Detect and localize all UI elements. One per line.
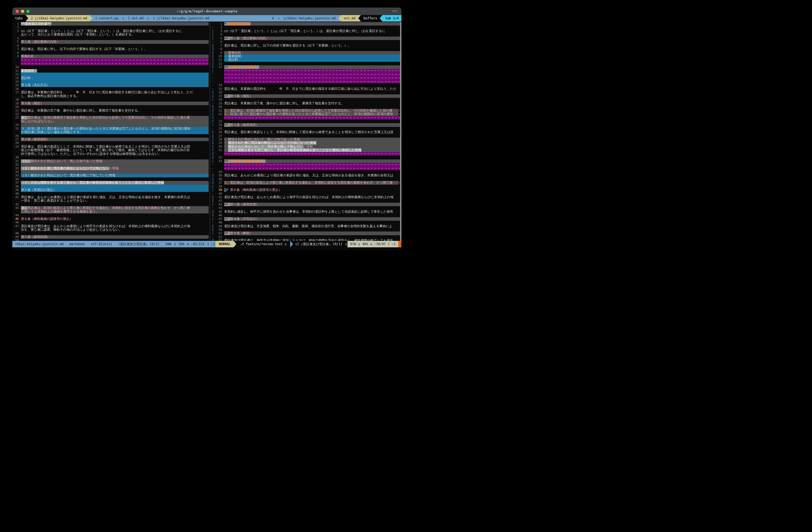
fold-indicator[interactable]: - <box>211 87 216 90</box>
fold-indicator[interactable]: | <box>211 232 216 235</box>
fold-indicator[interactable]: - <box>211 102 216 105</box>
gutter-row: |- <box>209 102 216 105</box>
minimize-window-button[interactable] <box>21 10 24 13</box>
tab-2[interactable]: 1 convert.py <box>92 15 121 22</box>
plugin-status-badge[interactable]: ≡ [8]trai… <box>398 241 402 247</box>
fold-indicator[interactable]: 2 <box>211 181 216 184</box>
fold-indicator[interactable]: 2 <box>211 134 216 138</box>
fold-indicator[interactable]: | <box>211 98 216 101</box>
fold-indicator[interactable]: 2 <box>211 228 216 232</box>
fold-indicator[interactable]: 2 <box>211 62 216 65</box>
line-number: 11 <box>216 58 224 61</box>
line-text: 一部を、第三者に再委託することができない。 <box>21 199 209 202</box>
fold-indicator[interactable]: 2 <box>211 213 216 217</box>
fold-indicator[interactable]: | <box>211 203 216 206</box>
fold-indicator[interactable]: 2 <box>211 138 216 141</box>
text-segment: 委託者は、本業務の委託料を、 年 月 日までに受託者の指定する銀行口座に振り込む… <box>21 90 193 94</box>
fold-indicator[interactable]: - <box>211 127 216 130</box>
line-number: 5 <box>12 40 21 44</box>
text-segment: （１） <box>21 159 31 163</box>
zoom-window-button[interactable] <box>26 10 30 13</box>
buffer-close-button[interactable]: X <box>269 15 277 22</box>
fold-indicator[interactable]: 2 <box>211 239 216 241</box>
tab-1-active[interactable]: 2 j/ikkai-keiyaku-jyuninin.md <box>28 15 90 22</box>
fold-indicator[interactable]: | <box>211 37 216 40</box>
gutter-row: |2 <box>209 109 216 112</box>
status-search-count: <] /委託者及び受託者… [0/1] <box>293 241 345 247</box>
line-text: 委託者及び受託者は、天災地変、戦争、内乱、暴動、疫病、感染症の流行等、当事者の合… <box>224 224 402 228</box>
fold-indicator[interactable]: - <box>211 83 216 87</box>
right-editor-pane[interactable]: 1# 業務委託契約書23○○（以下「委託者」という。）と△△（以下「受託者」とい… <box>216 22 402 241</box>
fold-indicator[interactable]: 2 <box>211 44 216 47</box>
fold-indicator[interactable]: - <box>211 76 216 80</box>
tab-4[interactable]: 1 j/ikkai-keiyaku-jyuninin.md <box>150 15 212 22</box>
fold-indicator[interactable]: | <box>211 69 216 73</box>
fold-indicator[interactable] <box>211 22 216 26</box>
line-text: ○○（以下「委託者」という。）と△△（以下「受託者」という。）は、委託者が受託者… <box>21 29 209 33</box>
fold-indicator[interactable]: 2 <box>211 120 216 123</box>
fold-indicator[interactable]: 2 <box>211 116 216 120</box>
fold-indicator[interactable]: | <box>211 123 216 127</box>
git-branch[interactable]: ⎇ feature/review-test ± <box>236 241 290 247</box>
buffer-alt[interactable]: out.md <box>341 15 358 22</box>
fold-indicator[interactable]: 2 <box>211 58 216 61</box>
line-text: ## 第９条（解除） <box>224 232 402 235</box>
code-row: 14 <box>12 80 209 83</box>
window-titlebar[interactable]: ~/g/g/m/legal-document-sample ⌥⌘1 <box>12 8 402 15</box>
fold-indicator[interactable]: | <box>211 217 216 221</box>
fold-indicator[interactable]: 2 <box>211 109 216 112</box>
fold-indicator[interactable]: 2 <box>211 199 216 202</box>
fold-indicator[interactable]: 2 <box>211 174 216 177</box>
tab-3[interactable]: 1 out.md <box>125 15 146 22</box>
fold-indicator[interactable]: | <box>211 188 216 192</box>
fold-indicator[interactable]: - <box>211 80 216 83</box>
fold-indicator[interactable]: - <box>211 192 216 195</box>
buffer-current[interactable]: j/ikkai-keiyaku-jyuninin.md <box>280 15 338 22</box>
text-segment: ## <box>224 159 230 163</box>
fold-indicator[interactable]: - <box>211 73 216 76</box>
text-segment: 位を、第三者に譲渡、移転その他の方法により処分してはならない。 <box>21 228 122 232</box>
fold-indicator[interactable]: 2 <box>211 178 216 181</box>
line-text <box>224 98 402 101</box>
buffers-label[interactable]: buffers <box>361 15 380 22</box>
fold-indicator[interactable]: 2 <box>211 210 216 213</box>
window-separator: | <box>209 127 211 130</box>
text-segment: 第３条（報告） <box>21 102 44 105</box>
fold-indicator[interactable]: 2 <box>211 185 216 188</box>
fold-indicator[interactable]: 2 <box>211 141 216 145</box>
fold-indicator[interactable]: - <box>211 235 216 239</box>
fold-indicator[interactable]: - <box>211 206 216 210</box>
fold-indicator[interactable]: - <box>211 221 216 224</box>
close-window-button[interactable] <box>16 10 19 13</box>
fold-indicator[interactable]: 2 <box>211 156 216 159</box>
left-editor-pane[interactable]: 1**業務委託契約書**23○○（以下「委託者」という。）と△△（以下「受託者」… <box>12 22 209 241</box>
line-text <box>21 112 209 116</box>
fold-indicator[interactable]: | <box>211 33 216 36</box>
fold-indicator[interactable]: - <box>211 40 216 44</box>
fold-indicator[interactable]: 2 <box>211 47 216 51</box>
fold-indicator[interactable]: - <box>211 163 216 166</box>
gutter-row: |- <box>209 127 216 130</box>
fold-indicator[interactable]: 2 <box>211 130 216 134</box>
fold-indicator[interactable]: - <box>211 170 216 174</box>
fold-indicator[interactable]: 2 <box>211 65 216 69</box>
fold-indicator[interactable]: 2 <box>211 90 216 94</box>
fold-indicator[interactable]: 2 <box>211 55 216 58</box>
fold-gutter[interactable]: ||-|||||||-|2|2|2|2|2|2|2|||-|-|-|-|-|2|… <box>209 22 216 241</box>
fold-indicator[interactable]: 2 <box>211 152 216 156</box>
fold-indicator[interactable]: 2 <box>211 149 216 152</box>
fold-indicator[interactable]: 2 <box>211 195 216 199</box>
fold-indicator[interactable]: | <box>211 159 216 163</box>
fold-indicator[interactable]: 2 <box>211 94 216 98</box>
fold-indicator[interactable]: 2 <box>211 105 216 109</box>
fold-indicator[interactable]: 2 <box>211 145 216 149</box>
code-row: 32 <box>216 156 402 159</box>
line-number <box>12 152 21 156</box>
scrollbar[interactable] <box>400 22 402 241</box>
fold-indicator[interactable]: | <box>211 29 216 33</box>
fold-indicator[interactable]: 2 <box>211 224 216 228</box>
fold-indicator[interactable]: 2 <box>211 51 216 55</box>
fold-indicator[interactable]: - <box>211 26 216 29</box>
fold-indicator[interactable]: 2 <box>211 112 216 116</box>
fold-indicator[interactable]: - <box>211 167 216 170</box>
